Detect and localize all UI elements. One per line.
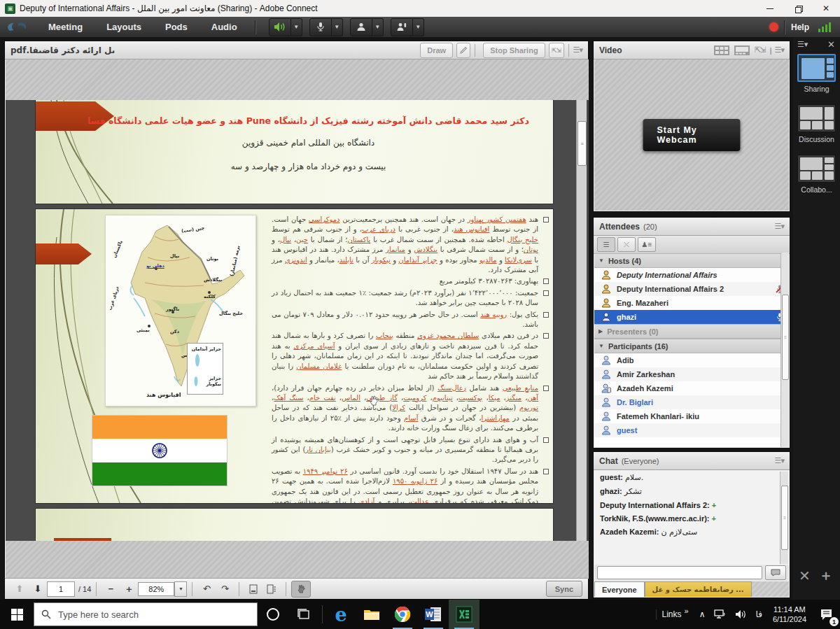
help-menu[interactable]: Help: [791, 22, 809, 32]
chat-scope: (Everyone): [622, 457, 659, 465]
start-button[interactable]: [0, 600, 34, 629]
video-pod-body: Start My Webcam: [594, 59, 789, 211]
attendee-row[interactable]: Azadeh Kazemi: [594, 381, 789, 395]
hand-tool-icon: [297, 584, 305, 594]
chrome-taskbar-button[interactable]: [387, 600, 418, 629]
attendee-row[interactable]: Eng. Mazaheri: [594, 296, 789, 310]
zoom-in-button[interactable]: ＋: [120, 581, 138, 597]
network-icon[interactable]: [714, 609, 727, 619]
grid-view-icon[interactable]: [734, 45, 750, 55]
raise-hand-dropdown[interactable]: ▼: [413, 18, 424, 36]
webcam-dropdown[interactable]: ▼: [372, 18, 384, 36]
attendee-row[interactable]: Deputy International Affairs: [594, 268, 789, 282]
pod-options-menu-icon[interactable]: ☰▾: [573, 45, 582, 55]
taskbar-search[interactable]: Type here to search: [34, 602, 258, 626]
chat-scrollbar[interactable]: ≡: [780, 472, 788, 564]
layout-thumbnail-sharing[interactable]: [797, 54, 836, 82]
sync-button[interactable]: Sync: [546, 581, 582, 597]
layout-thumbnail-discussion[interactable]: [797, 104, 836, 132]
breakout-view-button[interactable]: ⤬: [617, 237, 636, 252]
zoom-out-button[interactable]: −: [102, 581, 120, 597]
attendee-row[interactable]: guest: [594, 423, 789, 437]
webcam-button[interactable]: [350, 18, 372, 36]
menu-meeting[interactable]: Meeting: [36, 17, 94, 37]
window-titlebar: ▣ Deputy of International Affairs - معاو…: [0, 0, 840, 17]
attendee-row[interactable]: Dr. Biglari: [594, 395, 789, 409]
menu-layouts[interactable]: Layouts: [94, 17, 153, 37]
restore-button[interactable]: [784, 1, 812, 17]
rotate-right-button[interactable]: ↷: [216, 581, 234, 597]
raise-hand-status-button[interactable]: [391, 18, 413, 36]
attendees-scrollbar[interactable]: ≡: [780, 253, 789, 447]
start-webcam-button[interactable]: Start My Webcam: [643, 119, 741, 151]
task-view-button[interactable]: [288, 600, 319, 629]
send-message-button[interactable]: [765, 565, 786, 580]
rotate-left-button[interactable]: ↶: [197, 581, 216, 597]
menu-audio[interactable]: Audio: [200, 17, 249, 37]
pan-hand-tool-button[interactable]: [291, 581, 311, 598]
cortana-button[interactable]: [258, 600, 288, 629]
filmstrip-view-icon[interactable]: [714, 45, 729, 55]
attendee-list-view-button[interactable]: ☰: [597, 237, 615, 252]
attendee-row[interactable]: Adib: [594, 353, 789, 367]
fit-page-button[interactable]: [244, 581, 262, 597]
microphone-dropdown[interactable]: ▼: [332, 18, 343, 36]
fullscreen-button[interactable]: ⇱⇲: [549, 43, 564, 58]
layouts-close-icon[interactable]: ✕: [827, 39, 835, 50]
layout-thumbnail-collaboration[interactable]: [797, 155, 836, 183]
language-indicator[interactable]: فا: [755, 609, 762, 619]
pod-close-icon[interactable]: ✕: [799, 567, 811, 584]
map-label: کلکته: [204, 294, 216, 299]
menu-pods[interactable]: Pods: [153, 17, 200, 37]
chat-message-input[interactable]: [597, 566, 762, 579]
word-taskbar-button[interactable]: W: [418, 600, 449, 629]
speaker-button[interactable]: [269, 18, 291, 36]
presenters-section-header[interactable]: ▶Presenters (0): [594, 324, 789, 339]
speaker-dropdown[interactable]: ▼: [291, 18, 302, 36]
edge-taskbar-button[interactable]: e: [326, 600, 356, 629]
share-pod-background: [6, 59, 589, 100]
close-button[interactable]: ✕: [812, 1, 840, 17]
fit-width-button[interactable]: [262, 581, 281, 597]
links-toolbar[interactable]: Links: [662, 609, 682, 619]
document-viewer[interactable]: دکتر سید محمد قاضی دانش آموخته رشته فیزی…: [6, 100, 589, 541]
scrollbar-thumb[interactable]: ≡: [782, 295, 789, 380]
scrollbar-thumb[interactable]: ≡: [781, 486, 788, 550]
excel-taskbar-button[interactable]: [449, 600, 479, 629]
links-expand-chevron[interactable]: »: [685, 607, 689, 615]
chat-tab-private[interactable]: ... رضاىفاطمه جسک و غل: [645, 581, 752, 597]
attendee-row[interactable]: Amir Zarkeshan: [594, 367, 789, 381]
attendee-row-selected[interactable]: ghazi: [594, 310, 789, 324]
zoom-dropdown[interactable]: ▼: [174, 581, 187, 597]
page-number-input[interactable]: [47, 581, 75, 597]
layouts-menu-icon[interactable]: ☰▾: [797, 40, 808, 49]
chat-tab-everyone[interactable]: Everyone: [594, 581, 645, 597]
volume-icon[interactable]: [735, 609, 746, 619]
pointer-pen-button[interactable]: [456, 43, 470, 58]
connection-status-icon[interactable]: [818, 22, 833, 33]
video-fullscreen-icon[interactable]: ⇱⇲: [755, 45, 764, 55]
attendee-row[interactable]: Deputy International Affairs 2: [594, 282, 789, 296]
attendee-status-view-button[interactable]: ♟≡: [638, 237, 656, 252]
stop-sharing-button[interactable]: Stop Sharing: [483, 43, 545, 58]
scrollbar-thumb[interactable]: ≡: [578, 121, 587, 166]
page-down-button[interactable]: ⬇: [29, 581, 47, 597]
chat-pod-options-menu-icon[interactable]: ☰▾: [775, 456, 784, 465]
hosts-section-header[interactable]: ▼Hosts (4): [594, 253, 789, 268]
attendees-pod-options-menu-icon[interactable]: ☰▾: [775, 222, 784, 231]
pod-add-icon[interactable]: ＋: [819, 566, 833, 585]
page-up-button[interactable]: ⬆: [10, 581, 29, 597]
attendee-row[interactable]: Fatemeh Khanlari- ikiu: [594, 409, 789, 423]
video-pod-options-menu-icon[interactable]: ☰▾: [775, 45, 784, 55]
microphone-button[interactable]: [309, 18, 332, 36]
document-scrollbar[interactable]: ≡: [576, 100, 587, 541]
action-center-button[interactable]: 1: [812, 600, 840, 629]
minimize-button[interactable]: [756, 1, 784, 17]
draw-button[interactable]: Draw: [420, 43, 453, 58]
taskbar-clock[interactable]: 11:14 AM 6/11/2024: [773, 605, 806, 624]
file-explorer-taskbar-button[interactable]: [356, 600, 387, 629]
participants-section-header[interactable]: ▼Participants (16): [594, 339, 789, 353]
hidden-icons-chevron[interactable]: ∧: [699, 609, 706, 619]
chat-messages: guest: سلام. ghazi: تشكر Deputy Internat…: [594, 470, 789, 565]
share-pod: ىل ارائه دكتر قاضىفا.pdf Draw Stop Shari…: [4, 41, 589, 600]
